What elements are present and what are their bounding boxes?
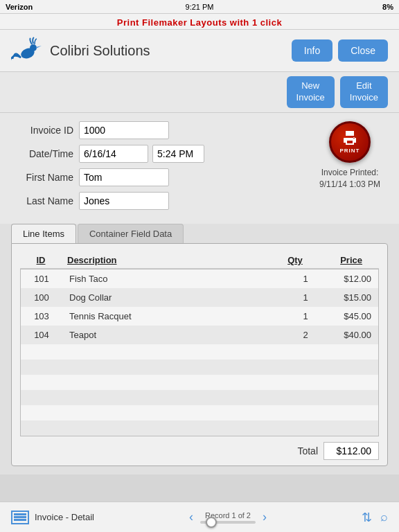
logo-area: Colibri Solutions — [11, 35, 150, 66]
tab-bar: Line Items Container Field Data — [11, 224, 388, 243]
total-row: Total $112.00 — [20, 442, 379, 460]
invoice-id-label: Invoice ID — [11, 125, 73, 136]
close-button[interactable]: Close — [338, 39, 388, 62]
top-banner: Print Filemaker Layouts with 1 click — [0, 14, 399, 30]
table-scroll-wrapper[interactable]: 101 Fish Taco 1 $12.00 100 Dog Collar 1 … — [20, 269, 379, 436]
bottom-right: ⇅ ⌕ — [362, 510, 388, 525]
print-button[interactable]: PRINT — [329, 121, 371, 163]
cell-description: Tennis Racquet — [62, 307, 288, 326]
time-input[interactable] — [152, 145, 204, 163]
date-time-label: Date/Time — [11, 148, 73, 159]
date-input[interactable] — [79, 145, 148, 163]
banner-text: Print Filemaker Layouts with 1 click — [117, 17, 282, 28]
new-invoice-button[interactable]: NewInvoice — [287, 76, 335, 108]
invoice-id-row: Invoice ID — [11, 121, 301, 139]
right-area: PRINT Invoice Printed: 9/11/14 1:03 PM — [312, 121, 388, 215]
cell-id: 101 — [21, 269, 62, 288]
form-area: Invoice ID Date/Time First Name Last Nam… — [11, 121, 301, 215]
first-name-label: First Name — [11, 172, 73, 183]
table-row-empty — [21, 405, 378, 420]
last-name-label: Last Name — [11, 195, 73, 206]
table-row: 104 Teapot 2 $40.00 — [21, 326, 378, 344]
invoice-printed-info: Invoice Printed: 9/11/14 1:03 PM — [319, 167, 380, 190]
cell-description: Dog Collar — [62, 288, 288, 307]
header-buttons: Info Close — [292, 39, 388, 62]
table-container: ID Description Qty Price 101 Fish Taco 1… — [11, 243, 388, 466]
print-label: PRINT — [340, 148, 360, 154]
sort-icon[interactable]: ⇅ — [362, 510, 372, 525]
invoice-id-input[interactable] — [79, 121, 169, 139]
cell-price: $12.00 — [323, 269, 378, 288]
logo-icon — [11, 35, 44, 66]
table-row-empty — [21, 420, 378, 436]
tab-container-field-data[interactable]: Container Field Data — [78, 224, 184, 243]
printer-icon — [342, 130, 358, 146]
col-header-qty: Qty — [278, 252, 312, 269]
battery-label: 8% — [382, 3, 393, 11]
action-row: NewInvoice EditInvoice — [0, 72, 399, 113]
table-row: 101 Fish Taco 1 $12.00 — [21, 269, 378, 288]
table-row: 103 Tennis Racquet 1 $45.00 — [21, 307, 378, 326]
bottom-bar: Invoice - Detail ‹ Record 1 of 2 › ⇅ ⌕ — [0, 502, 399, 532]
date-time-inputs — [79, 145, 204, 163]
invoice-printed-label: Invoice Printed: — [321, 168, 379, 177]
first-name-input[interactable] — [79, 168, 169, 186]
cell-description: Fish Taco — [62, 269, 288, 288]
total-value: $112.00 — [323, 442, 379, 460]
col-header-id: ID — [20, 252, 62, 269]
info-button[interactable]: Info — [292, 39, 332, 62]
cell-price: $15.00 — [323, 288, 378, 307]
table-row-empty — [21, 360, 378, 375]
table-row: 100 Dog Collar 1 $15.00 — [21, 288, 378, 307]
line-items-body: 101 Fish Taco 1 $12.00 100 Dog Collar 1 … — [21, 269, 378, 436]
app-header: Colibri Solutions Info Close — [0, 30, 399, 72]
record-slider[interactable] — [200, 521, 256, 524]
cell-id: 104 — [21, 326, 62, 344]
record-indicator: Record 1 of 2 — [200, 511, 256, 524]
last-name-row: Last Name — [11, 192, 301, 210]
search-icon[interactable]: ⌕ — [380, 510, 388, 524]
time-label: 9:21 PM — [186, 3, 214, 11]
layout-icon — [11, 511, 29, 524]
cell-id: 100 — [21, 288, 62, 307]
cell-price: $40.00 — [323, 326, 378, 344]
status-bar: Verizon 9:21 PM 8% — [0, 0, 399, 14]
table-row-empty — [21, 375, 378, 390]
last-name-input[interactable] — [79, 192, 169, 210]
cell-description: Teapot — [62, 326, 288, 344]
total-label: Total — [297, 445, 318, 456]
col-header-price: Price — [312, 252, 368, 269]
layout-label: Invoice - Detail — [35, 512, 94, 522]
cell-qty: 2 — [288, 326, 323, 344]
cell-qty: 1 — [288, 307, 323, 326]
invoice-printed-value: 9/11/14 1:03 PM — [319, 179, 380, 189]
cell-qty: 1 — [288, 288, 323, 307]
cell-id: 103 — [21, 307, 62, 326]
tab-section: Line Items Container Field Data ID Descr… — [0, 224, 399, 475]
edit-invoice-button[interactable]: EditInvoice — [340, 76, 388, 108]
bottom-nav: ‹ Record 1 of 2 › — [186, 510, 269, 524]
table-row-empty — [21, 390, 378, 405]
data-table: 101 Fish Taco 1 $12.00 100 Dog Collar 1 … — [21, 269, 378, 436]
carrier-label: Verizon — [6, 3, 33, 11]
main-content: Invoice ID Date/Time First Name Last Nam… — [0, 113, 399, 224]
svg-point-1 — [30, 44, 37, 51]
tab-line-items[interactable]: Line Items — [11, 224, 76, 243]
table-row-empty — [21, 344, 378, 360]
col-header-description: Description — [62, 252, 278, 269]
nav-next-button[interactable]: › — [260, 510, 269, 524]
line-items-header-table: ID Description Qty Price — [20, 252, 379, 269]
first-name-row: First Name — [11, 168, 301, 186]
date-time-row: Date/Time — [11, 145, 301, 163]
bottom-left: Invoice - Detail — [11, 511, 94, 524]
company-name: Colibri Solutions — [50, 43, 150, 59]
cell-price: $45.00 — [323, 307, 378, 326]
cell-qty: 1 — [288, 269, 323, 288]
record-slider-thumb — [206, 517, 217, 528]
nav-prev-button[interactable]: ‹ — [186, 510, 196, 524]
